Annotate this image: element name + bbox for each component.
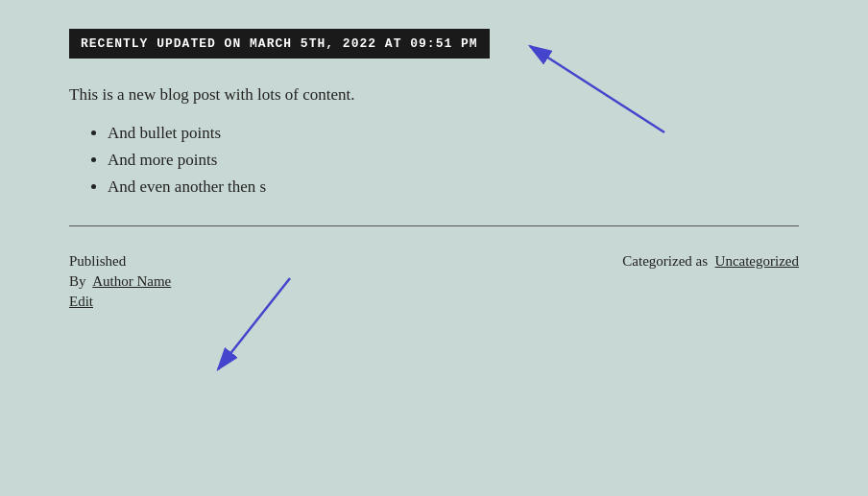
list-item: And bullet points (108, 124, 799, 143)
footer-left: Published By Author Name Edit (69, 253, 171, 310)
intro-text: This is a new blog post with lots of con… (69, 85, 799, 105)
author-name-link[interactable]: Author Name (92, 273, 171, 289)
page-container: RECENTLY UPDATED ON MARCH 5TH, 2022 AT 0… (0, 0, 868, 496)
footer-info: Published By Author Name Edit Categorize… (69, 246, 799, 310)
list-item: And more points (108, 151, 799, 170)
content-area: RECENTLY UPDATED ON MARCH 5TH, 2022 AT 0… (69, 0, 799, 310)
recently-updated-bar: RECENTLY UPDATED ON MARCH 5TH, 2022 AT 0… (69, 29, 490, 59)
categorized-label: Categorized as (622, 253, 708, 269)
edit-link[interactable]: Edit (69, 294, 171, 310)
category-link[interactable]: Uncategorized (715, 253, 799, 269)
author-line: By Author Name (69, 273, 171, 290)
footer-right: Categorized as Uncategorized (622, 253, 799, 270)
bullet-list: And bullet points And more points And ev… (108, 124, 799, 197)
by-label: By (69, 273, 86, 289)
list-item: And even another then s (108, 177, 799, 197)
divider (69, 225, 799, 226)
published-label: Published (69, 253, 171, 270)
